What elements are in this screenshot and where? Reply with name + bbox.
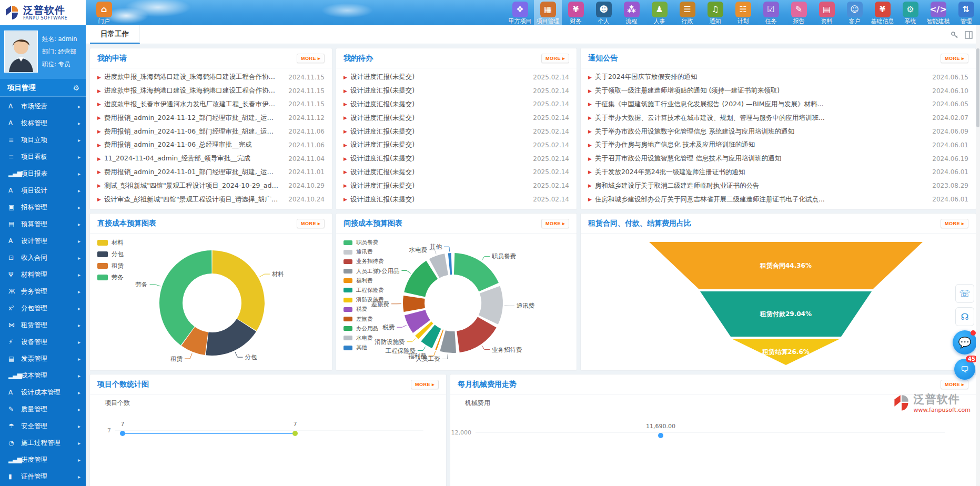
top-nav-item-owner-project[interactable]: ❖甲方项目 xyxy=(506,0,534,25)
legend-item[interactable]: 办公用品 xyxy=(343,325,384,332)
gear-icon[interactable]: ⚙ xyxy=(73,84,79,92)
list-item[interactable]: ▶设计进度汇报(未提交)2025.02.14 xyxy=(343,125,569,138)
legend-item[interactable]: 人员工资 xyxy=(343,268,384,275)
scrollbar-thumb[interactable] xyxy=(976,48,979,127)
sidebar-item-quality[interactable]: ✎质量管理▸ xyxy=(0,401,86,418)
sidebar-item-project-initiation[interactable]: ≡项目立项▸ xyxy=(0,131,86,148)
list-item[interactable]: ▶设计进度汇报(未提交)2025.02.14 xyxy=(343,138,569,152)
more-button[interactable]: MORE ▸ xyxy=(941,54,968,63)
list-item[interactable]: ▶于征集《中国建筑施工行业信息化发展报告 (2024) —BIM应用与发展》材料… xyxy=(588,98,968,112)
list-item[interactable]: ▶关于发放2024年第24批一级建造师注册证书的通知2024.06.01 xyxy=(588,166,968,179)
donut-slice-人员工资[interactable] xyxy=(440,330,456,353)
donut-slice-差旅费[interactable] xyxy=(403,296,425,312)
list-item[interactable]: ▶设计进度汇报(未提交)2025.02.14 xyxy=(343,193,569,206)
more-button[interactable]: MORE ▸ xyxy=(941,380,968,389)
list-item[interactable]: ▶费用报销_admin_2024-11-01_部门经理审批_胡建,_运行中202… xyxy=(97,166,325,179)
list-item[interactable]: ▶设计进度汇报(未提交)2025.02.14 xyxy=(343,152,569,166)
list-item[interactable]: ▶费用报销_admin_2024-11-06_总经理审批__完成2024.11.… xyxy=(97,138,325,152)
more-button[interactable]: MORE ▸ xyxy=(297,219,325,228)
sidebar-item-project-report[interactable]: ▂▄▆项目报表▸ xyxy=(0,165,86,182)
top-nav-item-smart-modeling[interactable]: </>智能建模 xyxy=(924,0,952,25)
sidebar-item-project-board[interactable]: ≡项目看板▸ xyxy=(0,148,86,165)
list-item[interactable]: ▶进度款申报_珠海鹤港口建设_珠海鹤港口建设工程合作协议书_admin_...2… xyxy=(97,70,325,84)
phone-service-icon[interactable]: ☏ xyxy=(955,284,974,303)
expand-panel-icon[interactable] xyxy=(965,31,973,39)
sidebar-item-budget[interactable]: ▤预算管理▸ xyxy=(0,216,86,232)
top-nav-item-workflow[interactable]: ⁂流程 xyxy=(618,0,645,25)
list-item[interactable]: ▶费用报销_admin_2024-11-06_部门经理审批_胡建,_运行中202… xyxy=(97,125,325,138)
data-point-marker[interactable] xyxy=(658,433,663,438)
donut-slice-材料[interactable] xyxy=(212,250,265,331)
top-nav-item-report[interactable]: ✎报告 xyxy=(785,0,813,25)
data-point-marker[interactable] xyxy=(292,431,298,436)
customer-service-icon[interactable]: 💬 xyxy=(953,330,977,355)
more-button[interactable]: MORE ▸ xyxy=(541,54,569,63)
key-icon[interactable] xyxy=(951,31,958,39)
sidebar-item-design[interactable]: A设计管理▸ xyxy=(0,232,86,249)
top-nav-item-project-management[interactable]: ▦项目管理 xyxy=(534,0,562,25)
list-item[interactable]: ▶关于2024年国庆节放假安排的通知2024.06.15 xyxy=(588,70,968,84)
legend-item[interactable]: 业务招待费 xyxy=(343,258,384,265)
tab-daily-work[interactable]: 日常工作 xyxy=(90,25,140,44)
sidebar-item-equipment[interactable]: ⚡设备管理▸ xyxy=(0,333,86,350)
list-item[interactable]: ▶设计审查_彭祖新城"四馆"景观工程设计项目_请选择_胡广生_2024-10-2… xyxy=(97,193,325,206)
sidebar-item-design-cost[interactable]: A设计成本管理▸ xyxy=(0,384,86,401)
legend-item[interactable]: 工程保险费 xyxy=(343,287,384,294)
sidebar-item-certificate[interactable]: ▮证件管理▸ xyxy=(0,468,86,485)
sidebar-item-safety[interactable]: ☂安全管理▸ xyxy=(0,418,86,434)
chat-bubble-icon[interactable]: 🗨 45 xyxy=(954,359,975,380)
top-nav-item-portal-home[interactable]: ⌂门户 xyxy=(90,0,118,25)
top-nav-item-task[interactable]: ☑任务 xyxy=(757,0,785,25)
donut-slice-业务招待费[interactable] xyxy=(457,317,496,353)
list-item[interactable]: ▶费用报销_admin_2024-11-12_部门经理审批_胡建,_运行中202… xyxy=(97,111,325,125)
top-nav-item-personal[interactable]: ☻个人 xyxy=(590,0,618,25)
top-nav-item-document[interactable]: ▤资料 xyxy=(813,0,841,25)
donut-slice-劳务[interactable] xyxy=(159,250,212,345)
sidebar-item-subcontract[interactable]: x²分包管理▸ xyxy=(0,300,86,317)
list-item[interactable]: ▶住房和城乡建设部办公厅关于同意吉林省开展二级建造师注册证书电子化试点...20… xyxy=(588,193,968,206)
legend-item[interactable]: 水电费 xyxy=(343,335,384,342)
legend-item[interactable]: 福利费 xyxy=(343,277,384,285)
legend-item[interactable]: 通讯费 xyxy=(343,248,384,256)
sidebar-item-invoice[interactable]: ▤发票管理▸ xyxy=(0,350,86,367)
legend-item[interactable]: 消防设施费 xyxy=(343,296,384,303)
top-nav-item-management[interactable]: ⇅管理 xyxy=(952,0,980,25)
vertical-scrollbar[interactable] xyxy=(976,25,980,486)
donut-slice-其他[interactable] xyxy=(448,253,452,275)
list-item[interactable]: ▶进度款申报_珠海鹤港口建设_珠海鹤港口建设工程合作协议书_admin_...2… xyxy=(97,84,325,98)
list-item[interactable]: ▶设计进度汇报(未提交)2025.02.14 xyxy=(343,84,569,98)
sidebar-item-income-contract[interactable]: ⊡收入合同▸ xyxy=(0,249,86,266)
sidebar-item-material[interactable]: Ψ材料管理▸ xyxy=(0,266,86,283)
sidebar-item-schedule[interactable]: ▂▄▆进度管理▸ xyxy=(0,451,86,468)
sidebar-item-market[interactable]: A市场经营▸ xyxy=(0,98,86,115)
list-item[interactable]: ▶11_2024-11-04_admin_经营部_领导审批__完成2024.11… xyxy=(97,152,325,166)
legend-item[interactable]: 材料 xyxy=(97,239,124,247)
donut-slice-办公用品[interactable] xyxy=(404,261,438,297)
legend-item[interactable]: 租赁 xyxy=(97,262,124,270)
list-item[interactable]: ▶设计进度汇报(未提交)2025.02.14 xyxy=(343,111,569,125)
list-item[interactable]: ▶房和城乡建设厅关于取消二级建造师临时执业证书的公告2023.08.29 xyxy=(588,179,968,193)
sidebar-item-cost[interactable]: ▂▄▆成本管理▸ xyxy=(0,367,86,384)
list-item[interactable]: ▶关于领取一级注册建造师增项贴的通知 (须持一建证书前来领取)2024.06.1… xyxy=(588,84,968,98)
top-nav-item-finance[interactable]: ¥财务 xyxy=(562,0,590,25)
list-item[interactable]: ▶设计进度汇报(未提交)2025.02.14 xyxy=(343,70,569,84)
top-nav-item-system[interactable]: ⚙系统 xyxy=(896,0,924,25)
legend-item[interactable]: 分包 xyxy=(97,250,124,258)
sidebar-item-bidding[interactable]: A投标管理▸ xyxy=(0,115,86,131)
top-nav-item-basic-info[interactable]: ¥基础信息 xyxy=(868,0,896,25)
top-nav-item-customer[interactable]: ☺客户 xyxy=(841,0,868,25)
top-nav-item-plan[interactable]: ☵计划 xyxy=(729,0,757,25)
data-point-marker[interactable] xyxy=(120,431,125,436)
list-item[interactable]: ▶关于召开市政公用设施智慧化管理 信息技术与应用培训班的通知2024.06.19 xyxy=(588,152,968,166)
sidebar-item-lease[interactable]: ⋈租赁管理▸ xyxy=(0,317,86,333)
more-button[interactable]: MORE ▸ xyxy=(541,219,569,228)
legend-item[interactable]: 劳务 xyxy=(97,274,124,281)
sidebar-item-construction-process[interactable]: ◔施工过程管理▸ xyxy=(0,434,86,451)
top-nav-item-hr[interactable]: ♟人事 xyxy=(645,0,673,25)
list-item[interactable]: ▶设计进度汇报(未提交)2025.02.14 xyxy=(343,166,569,179)
list-item[interactable]: ▶关于举办住房与房地产信息化 技术及应用培训班的通知2024.06.01 xyxy=(588,138,968,152)
list-item[interactable]: ▶关于举办市政公用设施数字化管理信息 系统建设与应用培训班的通知2024.06.… xyxy=(588,125,968,138)
sidebar-item-tender[interactable]: ▣招标管理▸ xyxy=(0,199,86,216)
legend-item[interactable]: 差旅费 xyxy=(343,316,384,323)
more-button[interactable]: MORE ▸ xyxy=(297,54,325,63)
